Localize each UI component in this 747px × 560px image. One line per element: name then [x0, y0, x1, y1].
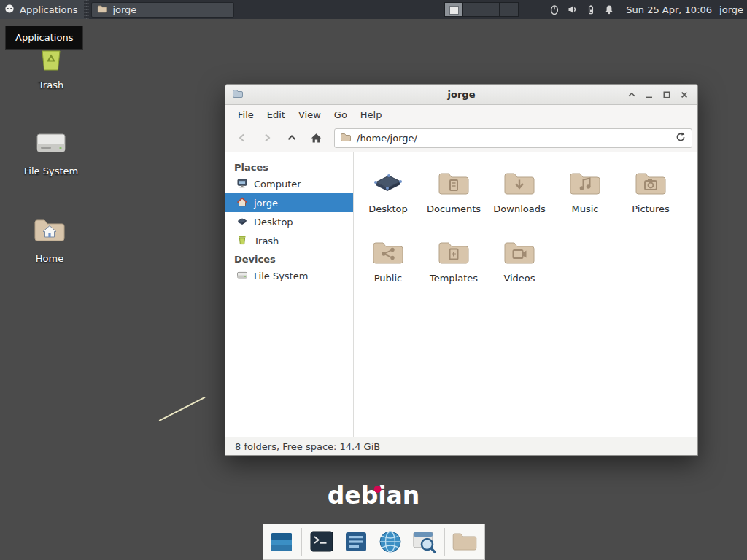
sidebar-devices-header: Devices — [225, 250, 353, 266]
maximize-button[interactable] — [660, 88, 673, 101]
dock-separator — [444, 528, 445, 556]
documents-folder-icon — [436, 166, 471, 201]
notification-bell-icon[interactable] — [603, 3, 616, 16]
panel-clock[interactable]: Sun 25 Apr, 10:06 — [622, 4, 719, 15]
file-item-documents[interactable]: Documents — [421, 166, 487, 236]
location-bar[interactable]: /home/jorge/ — [334, 128, 692, 148]
file-grid: Desktop Documents Downloads Music Pictur — [354, 152, 697, 437]
music-folder-icon — [568, 166, 603, 201]
desktop-icon-label: Trash — [16, 79, 86, 90]
window-titlebar[interactable]: jorge — [225, 85, 697, 105]
desktop-icon — [371, 166, 406, 201]
panel-username[interactable]: jorge — [719, 4, 747, 15]
file-label: Music — [552, 203, 618, 214]
window-controls — [625, 88, 691, 101]
file-item-public[interactable]: Public — [355, 236, 421, 305]
system-tray — [548, 3, 616, 16]
file-label: Documents — [421, 203, 487, 214]
workspace-4[interactable] — [500, 3, 518, 16]
desktop-settings-icon[interactable] — [267, 527, 296, 556]
file-item-pictures[interactable]: Pictures — [618, 166, 684, 236]
file-label: Public — [355, 273, 421, 284]
file-item-desktop[interactable]: Desktop — [355, 166, 421, 236]
sidebar-item-label: jorge — [254, 198, 278, 209]
workspace-switcher — [444, 2, 519, 17]
menu-help[interactable]: Help — [354, 106, 389, 123]
applications-menu-button[interactable]: Applications — [0, 0, 84, 19]
taskbar-window-button[interactable]: jorge — [91, 2, 234, 18]
trash-icon — [236, 234, 248, 248]
up-button[interactable] — [280, 128, 303, 148]
menu-view[interactable]: View — [292, 106, 328, 123]
desktop-root: Applications jorge — [0, 0, 747, 560]
videos-folder-icon — [502, 236, 537, 271]
desktop-icon-file-system[interactable]: File System — [16, 125, 86, 176]
file-label: Desktop — [355, 203, 421, 214]
current-path[interactable]: /home/jorge/ — [357, 133, 670, 144]
home-folder-icon — [15, 213, 85, 248]
panel-preferences-icon[interactable] — [341, 527, 371, 556]
menu-edit[interactable]: Edit — [260, 106, 292, 123]
sidebar-item-label: File System — [254, 271, 308, 281]
sidebar-item-label: Trash — [254, 236, 279, 246]
tooltip-text: Applications — [15, 32, 73, 43]
panel-handle[interactable] — [84, 0, 89, 19]
file-manager-window: jorge File Edit View Go Help — [225, 84, 698, 456]
file-manager-icon[interactable] — [450, 527, 479, 556]
statusbar: 8 folders, Free space: 14.4 GiB — [225, 437, 697, 455]
web-browser-icon[interactable] — [376, 527, 405, 556]
file-item-templates[interactable]: Templates — [421, 236, 487, 305]
back-button[interactable] — [231, 128, 253, 148]
applications-menu-label: Applications — [20, 4, 77, 15]
folder-icon — [340, 131, 352, 145]
workspace-3[interactable] — [481, 3, 500, 16]
workspace-2[interactable] — [463, 3, 481, 16]
home-button[interactable] — [305, 128, 328, 148]
taskbar-window-label: jorge — [112, 4, 136, 15]
sidebar-places-header: Places — [225, 158, 353, 174]
app-finder-icon[interactable] — [410, 527, 439, 556]
mouse-settings-icon[interactable] — [548, 3, 561, 16]
sidebar-item-trash[interactable]: Trash — [225, 231, 353, 250]
desktop-icon-home[interactable]: Home — [15, 213, 85, 264]
close-button[interactable] — [678, 88, 691, 101]
desktop-icon — [236, 215, 248, 229]
volume-icon[interactable] — [566, 3, 579, 16]
sidebar: Places Computer jorge — [225, 152, 354, 437]
applications-tooltip: Applications — [5, 26, 83, 50]
computer-icon — [236, 177, 248, 191]
file-label: Downloads — [487, 203, 552, 214]
pictures-folder-icon — [633, 166, 668, 201]
debian-wordmark: debian — [328, 481, 420, 510]
toolbar: /home/jorge/ — [225, 124, 697, 152]
status-text: 8 folders, Free space: 14.4 GiB — [235, 441, 380, 452]
menu-go[interactable]: Go — [328, 106, 354, 123]
dock-separator — [301, 528, 302, 556]
file-item-videos[interactable]: Videos — [487, 236, 552, 305]
sidebar-item-computer[interactable]: Computer — [225, 174, 353, 193]
sidebar-item-file-system[interactable]: File System — [225, 266, 353, 285]
debian-logo: debian — [328, 481, 420, 510]
home-icon — [236, 196, 248, 210]
sidebar-item-jorge[interactable]: jorge — [225, 193, 353, 212]
menubar: File Edit View Go Help — [225, 105, 697, 124]
file-item-downloads[interactable]: Downloads — [487, 166, 552, 236]
power-manager-icon[interactable] — [584, 3, 597, 16]
shade-button[interactable] — [625, 88, 638, 101]
stray-line-artifact — [159, 397, 206, 421]
sidebar-item-desktop[interactable]: Desktop — [225, 212, 353, 231]
templates-folder-icon — [436, 236, 471, 271]
desktop-icon-label: File System — [16, 166, 86, 176]
file-label: Templates — [421, 273, 487, 284]
drive-icon — [16, 125, 86, 160]
minimize-button[interactable] — [643, 88, 656, 101]
forward-button[interactable] — [255, 128, 278, 148]
file-label: Pictures — [618, 203, 684, 214]
downloads-folder-icon — [502, 166, 537, 201]
file-label: Videos — [487, 273, 552, 284]
file-item-music[interactable]: Music — [552, 166, 618, 236]
menu-file[interactable]: File — [231, 106, 260, 123]
workspace-1[interactable] — [445, 3, 463, 16]
terminal-icon[interactable] — [307, 527, 336, 556]
reload-button[interactable] — [675, 131, 686, 145]
